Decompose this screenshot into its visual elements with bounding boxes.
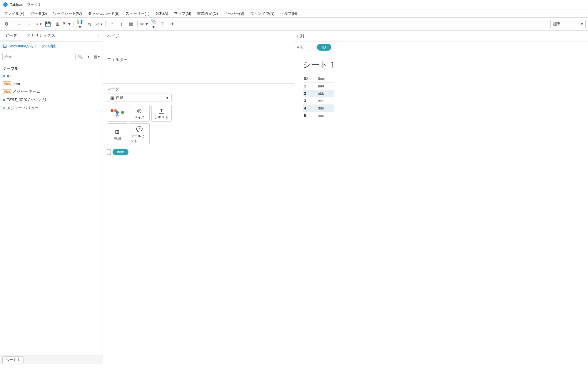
marks-detail-icon: ⊞: [115, 129, 119, 135]
view-toggle-icon[interactable]: ▦ ▾: [93, 53, 100, 60]
cell-item: bbb: [317, 90, 334, 97]
tab-analytics[interactable]: アナリティクス: [22, 31, 60, 41]
show-me-btn[interactable]: 📊 ▾: [76, 20, 84, 28]
undo-btn[interactable]: ↺ ▾: [34, 20, 43, 28]
main-area: データ アナリティクス ‹ ⊞ Snowflakeからデータの抽出… 🔍 ▼ ▦…: [0, 31, 588, 364]
marks-detail-btn[interactable]: ⊞ 詳細: [107, 123, 127, 145]
view-dropdown[interactable]: 標準 ▾: [550, 20, 586, 28]
menu-analysis[interactable]: 分析(A): [153, 10, 171, 17]
toolbar-sep-1: [13, 21, 13, 27]
cell-id: 5: [303, 112, 317, 119]
field-id[interactable]: # ID: [0, 72, 103, 80]
sheet-tab-1[interactable]: シート 1: [2, 356, 24, 363]
menu-file[interactable]: ファイル(F): [1, 10, 27, 17]
text-btn[interactable]: T: [159, 20, 167, 28]
datasource-row[interactable]: ⊞ Snowflakeからデータの抽出…: [0, 41, 103, 51]
save-btn[interactable]: 💾: [44, 20, 52, 28]
field-type-icon-test: #: [3, 98, 5, 102]
marks-tooltip-label: ツールヒント: [131, 134, 148, 144]
marks-dropdown-arrow: ▾: [166, 96, 168, 100]
marks-type-dropdown[interactable]: ▦ 自動 ▾: [107, 94, 172, 102]
menu-help[interactable]: ヘルプ(H): [278, 10, 300, 17]
marks-text-icon: T: [159, 108, 164, 114]
back-btn[interactable]: ←: [16, 20, 24, 28]
refresh-btn[interactable]: ↻ ▾: [63, 20, 71, 28]
menu-window[interactable]: ウィンドウ(N): [247, 10, 278, 17]
new-datasource-btn[interactable]: ⊞: [53, 20, 61, 28]
menu-format[interactable]: 書式設定(O): [194, 10, 221, 17]
field-measure-name[interactable]: Abc メジャー ネーム: [0, 87, 103, 96]
marks-tooltip-btn[interactable]: 💬 ツールヒント: [129, 123, 149, 145]
app-icon: 🔷: [2, 2, 8, 7]
shelf-area: ⫿ 列 ≡ 行 ID: [294, 31, 588, 53]
color-dots: [111, 109, 124, 112]
cell-item: ddd: [317, 104, 334, 112]
annotate-btn[interactable]: ✏ ▾: [140, 20, 148, 28]
marks-color-btn[interactable]: 色: [107, 105, 127, 122]
left-panel: データ アナリティクス ‹ ⊞ Snowflakeからデータの抽出… 🔍 ▼ ▦…: [0, 31, 103, 364]
menu-map[interactable]: マップ(M): [171, 10, 194, 17]
pages-label: ページ: [107, 34, 290, 39]
marks-text-btn[interactable]: T テキスト: [151, 105, 172, 122]
field-measure-value[interactable]: # メジャー バリュー: [0, 104, 103, 112]
sort-desc-btn[interactable]: ↕: [117, 20, 126, 28]
datasource-name: Snowflakeからデータの抽出…: [9, 44, 61, 49]
rows-icon: ≡: [297, 45, 299, 50]
field-type-icon-id: #: [3, 74, 5, 78]
cell-id: 4: [303, 104, 317, 112]
fields-section: テーブル # ID Abc Item Abc メジャー ネーム # TEST_0…: [0, 62, 103, 356]
marks-size-label: サイズ: [134, 115, 145, 120]
panel-collapse-btn[interactable]: ‹: [96, 31, 103, 41]
toolbar-sep-4: [137, 21, 138, 27]
filter-btn[interactable]: ▦: [127, 20, 135, 28]
search-input[interactable]: [2, 53, 76, 60]
cell-item: aaa: [317, 82, 334, 90]
marks-size-btn[interactable]: ◎ サイズ: [129, 105, 149, 122]
right-panel: ⫿ 列 ≡ 行 ID シート 1 ID Item: [294, 31, 588, 364]
marks-tooltip-icon: 💬: [136, 126, 143, 132]
marks-field-row: T Item: [107, 149, 290, 155]
col-header-id: ID: [303, 75, 317, 82]
filter-fields-icon[interactable]: ▼: [85, 53, 92, 60]
menu-server[interactable]: サーバー(S): [221, 10, 247, 17]
table-row: 2bbb: [303, 90, 334, 97]
field-test0710[interactable]: # TEST_0710 (カウント): [0, 96, 103, 104]
rows-label: ≡ 行: [297, 45, 315, 50]
sort-asc-btn[interactable]: ↕: [108, 20, 116, 28]
cell-id: 1: [303, 82, 317, 90]
marks-item-pill[interactable]: Item: [113, 149, 128, 155]
menu-data[interactable]: データ(D): [27, 10, 50, 17]
field-name-id: ID: [7, 74, 11, 78]
forward-btn[interactable]: →: [25, 20, 33, 28]
swap-btn[interactable]: ⇆: [85, 20, 93, 28]
marks-text-label: テキスト: [154, 115, 168, 120]
toolbar-sep-3: [105, 21, 106, 27]
menu-story[interactable]: ストーリー(T): [123, 10, 153, 17]
rows-id-pill[interactable]: ID: [317, 44, 331, 51]
cell-id: 2: [303, 90, 317, 97]
field-item[interactable]: Abc Item: [0, 80, 103, 87]
data-table: ID Item 1aaa2bbb3ccc4ddd5eee: [303, 75, 334, 119]
pin-btn[interactable]: ✦: [168, 20, 176, 28]
tableau-logo-btn[interactable]: ⚙: [2, 20, 11, 28]
cell-id: 3: [303, 97, 317, 104]
toolbar: ⚙ ← → ↺ ▾ 💾 ⊞ ↻ ▾ 📊 ▾ ⇆ 📈 ▾ ↕ ↕ ▦ ✏ ▾ 📎 …: [0, 18, 588, 31]
marks-section: マーク ▦ 自動 ▾ 色 ◎: [103, 84, 294, 364]
search-icon[interactable]: 🔍: [77, 53, 84, 60]
table-row: 4ddd: [303, 104, 334, 112]
table-row: 1aaa: [303, 82, 334, 90]
menu-worksheet[interactable]: ワークシート(W): [50, 10, 85, 17]
chart-btn[interactable]: 📈 ▾: [95, 20, 103, 28]
center-panel: ページ フィルター マーク ▦ 自動 ▾: [103, 31, 294, 364]
datasource-icon: ⊞: [3, 43, 7, 49]
tooltip-btn[interactable]: 📎 ▾: [149, 20, 158, 28]
field-name-mname: メジャー ネーム: [13, 89, 41, 94]
menu-dashboard[interactable]: ダッシュボード(B): [85, 10, 123, 17]
tables-label: テーブル: [0, 65, 103, 72]
tab-data[interactable]: データ: [0, 31, 22, 41]
search-bar: 🔍 ▼ ▦ ▾: [0, 51, 103, 62]
panel-tabs: データ アナリティクス ‹: [0, 31, 103, 41]
rows-text: 行: [300, 45, 304, 50]
marks-properties-grid: 色 ◎ サイズ T テキスト ⊞ 詳細 💬: [107, 105, 172, 145]
view-dropdown-label: 標準: [553, 21, 561, 27]
